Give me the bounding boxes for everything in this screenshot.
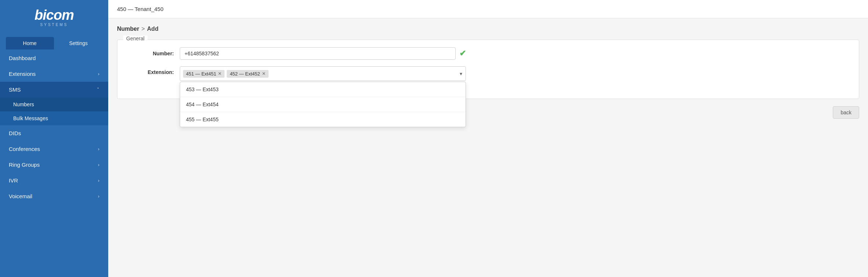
number-row: Number: ✔ — [128, 47, 848, 60]
sidebar-item-ring-groups[interactable]: Ring Groups › — [0, 157, 108, 173]
ext-tag-label: 451 — Ext451 — [186, 71, 216, 77]
extension-label: Extension: — [128, 69, 180, 75]
ext-tag-451: 451 — Ext451 ✕ — [183, 70, 225, 78]
sidebar-item-extensions[interactable]: Extensions › — [0, 66, 108, 82]
sidebar-subitem-label: Numbers — [13, 101, 34, 107]
sidebar-item-label: Conferences — [9, 146, 40, 152]
back-button[interactable]: back — [833, 106, 859, 119]
dropdown-arrow-icon: ▾ — [460, 71, 462, 77]
sidebar-item-dashboard[interactable]: Dashboard — [0, 50, 108, 66]
sidebar-subitem-label: Bulk Messages — [13, 115, 48, 121]
chevron-right-icon: › — [98, 193, 99, 199]
dropdown-item-453[interactable]: 453 — Ext453 — [180, 82, 466, 97]
ext-tag-label: 452 — Ext452 — [230, 71, 260, 77]
sidebar-nav: Dashboard Extensions › SMS ˅ Numbers Bul… — [0, 50, 108, 277]
chevron-right-icon: › — [98, 71, 99, 77]
breadcrumb: Number > Add — [117, 26, 859, 32]
sidebar-item-label: Voicemail — [9, 193, 32, 199]
form-section-general: General Number: ✔ Extension: 451 — Ext45… — [117, 40, 859, 99]
sidebar-item-label: IVR — [9, 177, 18, 184]
main-content: 450 — Tenant_450 Number > Add General Nu… — [108, 0, 868, 277]
tenant-label: 450 — Tenant_450 — [117, 6, 164, 12]
extension-select[interactable]: 451 — Ext451 ✕ 452 — Ext452 ✕ ▾ — [180, 66, 466, 81]
breadcrumb-parent: Number — [117, 26, 139, 32]
chevron-right-icon: › — [98, 178, 99, 183]
sidebar-item-dids[interactable]: DIDs — [0, 125, 108, 141]
sidebar-item-ivr[interactable]: IVR › — [0, 173, 108, 188]
ext-tag-452: 452 — Ext452 ✕ — [227, 70, 268, 78]
number-label: Number: — [128, 51, 180, 56]
sidebar-item-label: SMS — [9, 86, 21, 93]
form-section-legend: General — [123, 36, 147, 41]
sidebar-tabs: Home Settings — [6, 37, 102, 49]
tab-home[interactable]: Home — [6, 37, 54, 49]
number-input[interactable] — [180, 47, 456, 60]
number-input-group: ✔ — [180, 47, 466, 60]
sidebar-item-label: Ring Groups — [9, 162, 40, 168]
top-bar: 450 — Tenant_450 — [108, 0, 868, 18]
dropdown-item-455[interactable]: 455 — Ext455 — [180, 112, 466, 127]
extension-row: Extension: 451 — Ext451 ✕ 452 — Ext452 ✕… — [128, 66, 848, 81]
logo-sub: SYSTEMS — [40, 23, 68, 27]
chevron-down-icon: ˅ — [97, 87, 99, 92]
logo: bicom SYSTEMS — [0, 0, 108, 33]
content-area: Number > Add General Number: ✔ Extension… — [108, 18, 868, 277]
ext-tag-remove-452[interactable]: ✕ — [262, 71, 266, 76]
sidebar: bicom SYSTEMS Home Settings Dashboard Ex… — [0, 0, 108, 277]
tab-settings[interactable]: Settings — [55, 37, 103, 49]
breadcrumb-separator: > — [141, 26, 145, 32]
sidebar-item-label: Extensions — [9, 71, 36, 77]
extension-wrapper: 451 — Ext451 ✕ 452 — Ext452 ✕ ▾ 453 — Ex… — [180, 66, 466, 81]
chevron-right-icon: › — [98, 162, 99, 167]
sidebar-item-conferences[interactable]: Conferences › — [0, 141, 108, 157]
sidebar-item-label: Dashboard — [9, 55, 36, 61]
extension-dropdown: 453 — Ext453 454 — Ext454 455 — Ext455 — [180, 82, 466, 127]
valid-check-icon: ✔ — [459, 49, 466, 58]
chevron-right-icon: › — [98, 146, 99, 152]
logo-text: bicom — [34, 8, 74, 22]
sidebar-item-voicemail[interactable]: Voicemail › — [0, 188, 108, 204]
dropdown-item-454[interactable]: 454 — Ext454 — [180, 97, 466, 112]
ext-tag-remove-451[interactable]: ✕ — [218, 71, 222, 76]
breadcrumb-current: Add — [147, 26, 158, 32]
sidebar-item-numbers[interactable]: Numbers — [0, 97, 108, 111]
sidebar-item-label: DIDs — [9, 130, 21, 136]
sidebar-item-bulk-messages[interactable]: Bulk Messages — [0, 111, 108, 125]
sidebar-item-sms[interactable]: SMS ˅ — [0, 82, 108, 97]
